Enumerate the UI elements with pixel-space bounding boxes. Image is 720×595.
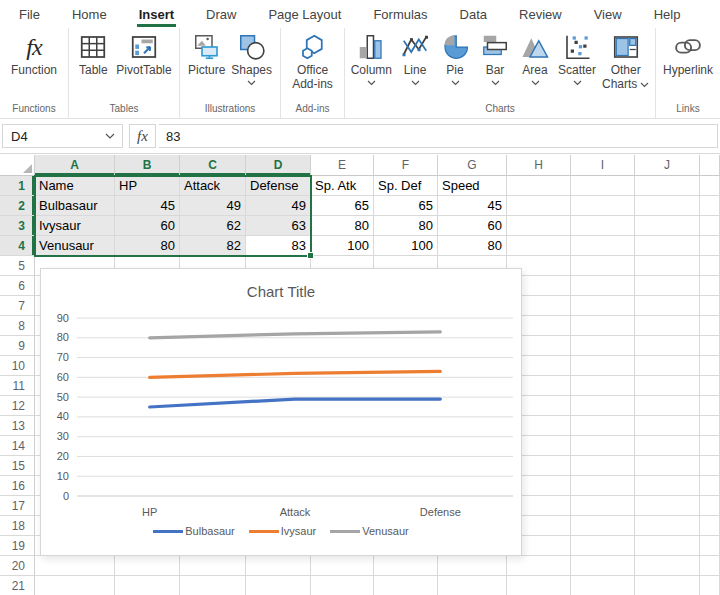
column-header-F[interactable]: F [374,155,438,176]
area-button[interactable]: Area [518,31,552,86]
cell-B2[interactable]: 45 [115,196,180,216]
cell-C4[interactable]: 82 [180,236,246,256]
row-header-17[interactable]: 17 [0,496,35,516]
fx-button[interactable]: fx [129,124,156,148]
cell-partial[interactable] [700,516,720,536]
cell-J3[interactable] [635,216,700,236]
row-header-13[interactable]: 13 [0,416,35,436]
row-header-11[interactable]: 11 [0,376,35,396]
row-header-10[interactable]: 10 [0,356,35,376]
cell-A4[interactable]: Venusaur [35,236,115,256]
cell-J5[interactable] [635,256,700,276]
cell-B21[interactable] [115,576,180,595]
scatter-button[interactable]: Scatter [558,31,596,86]
tab-draw[interactable]: Draw [190,0,252,28]
cell-partial[interactable] [700,336,720,356]
cell-J12[interactable] [635,396,700,416]
cell-partial[interactable] [700,496,720,516]
row-header-5[interactable]: 5 [0,256,35,276]
cell-J20[interactable] [635,556,700,576]
row-header-4[interactable]: 4 [0,236,35,256]
cell-partial[interactable] [700,416,720,436]
chart-container[interactable]: Chart Title 0102030405060708090HPAttackD… [40,268,522,556]
cell-F21[interactable] [374,576,438,595]
cell-I13[interactable] [571,416,635,436]
cell-partial[interactable] [700,576,720,595]
cell-C21[interactable] [180,576,246,595]
line-button[interactable]: Line [398,31,432,86]
tab-review[interactable]: Review [503,0,578,28]
row-header-2[interactable]: 2 [0,196,35,216]
row-header-21[interactable]: 21 [0,576,35,595]
cell-I21[interactable] [571,576,635,595]
cell-I4[interactable] [571,236,635,256]
cell-A1[interactable]: Name [35,176,115,196]
cell-A3[interactable]: Ivysaur [35,216,115,236]
pivottable-button[interactable]: PivotTable [116,31,171,77]
row-header-6[interactable]: 6 [0,276,35,296]
cell-A2[interactable]: Bulbasaur [35,196,115,216]
cell-partial[interactable] [700,176,720,196]
cell-partial[interactable] [700,316,720,336]
cell-C2[interactable]: 49 [180,196,246,216]
cell-H21[interactable] [507,576,571,595]
cell-J6[interactable] [635,276,700,296]
cell-J7[interactable] [635,296,700,316]
column-button[interactable]: Column [351,31,392,86]
cell-I14[interactable] [571,436,635,456]
cell-J1[interactable] [635,176,700,196]
cell-E20[interactable] [311,556,374,576]
row-header-8[interactable]: 8 [0,316,35,336]
cell-partial[interactable] [700,196,720,216]
cell-partial[interactable] [700,556,720,576]
cell-I3[interactable] [571,216,635,236]
cell-I8[interactable] [571,316,635,336]
tab-view[interactable]: View [578,0,638,28]
cell-I20[interactable] [571,556,635,576]
cell-partial[interactable] [700,236,720,256]
column-header-D[interactable]: D [246,155,311,176]
row-header-20[interactable]: 20 [0,556,35,576]
tab-help[interactable]: Help [638,0,697,28]
cell-I15[interactable] [571,456,635,476]
cell-F20[interactable] [374,556,438,576]
cell-E1[interactable]: Sp. Atk [311,176,374,196]
column-header-H[interactable]: H [507,155,571,176]
cell-partial[interactable] [700,276,720,296]
picture-button[interactable]: Picture [188,31,225,77]
cell-partial[interactable] [700,536,720,556]
cell-J4[interactable] [635,236,700,256]
cell-F2[interactable]: 65 [374,196,438,216]
office-add-ins-button[interactable]: OfficeAdd-ins [292,31,333,91]
select-all-corner[interactable] [0,155,35,176]
cell-J11[interactable] [635,376,700,396]
cell-partial[interactable] [700,456,720,476]
cell-D4[interactable]: 83 [246,236,311,256]
cell-J13[interactable] [635,416,700,436]
cell-F3[interactable]: 80 [374,216,438,236]
cell-I1[interactable] [571,176,635,196]
cell-I2[interactable] [571,196,635,216]
column-header-J[interactable]: J [635,155,700,176]
cell-B4[interactable]: 80 [115,236,180,256]
cell-J8[interactable] [635,316,700,336]
cell-F1[interactable]: Sp. Def [374,176,438,196]
row-header-18[interactable]: 18 [0,516,35,536]
cell-D20[interactable] [246,556,311,576]
cell-J15[interactable] [635,456,700,476]
cell-H2[interactable] [507,196,571,216]
tab-file[interactable]: File [3,0,56,28]
cell-G21[interactable] [438,576,507,595]
cell-J17[interactable] [635,496,700,516]
cell-I19[interactable] [571,536,635,556]
cell-C1[interactable]: Attack [180,176,246,196]
column-header-G[interactable]: G [438,155,507,176]
row-header-12[interactable]: 12 [0,396,35,416]
row-header-15[interactable]: 15 [0,456,35,476]
cell-H4[interactable] [507,236,571,256]
cell-I9[interactable] [571,336,635,356]
column-header-E[interactable]: E [311,155,374,176]
hyperlink-button[interactable]: Hyperlink [663,31,713,77]
row-header-9[interactable]: 9 [0,336,35,356]
cell-partial[interactable] [700,436,720,456]
